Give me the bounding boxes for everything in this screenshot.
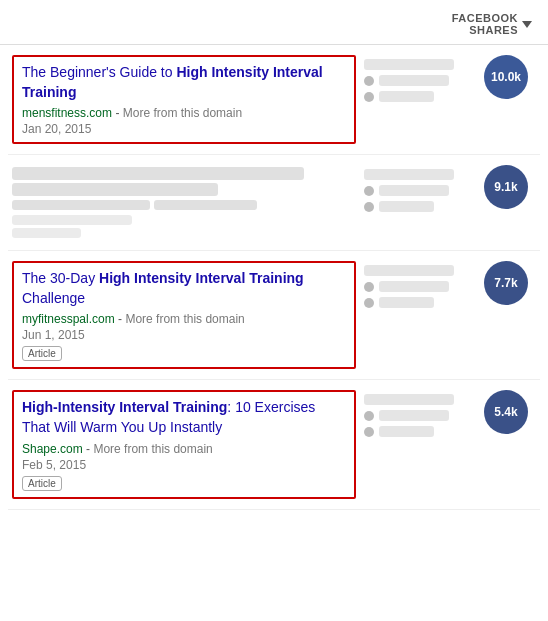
result-date: Jun 1, 2015 bbox=[22, 328, 346, 342]
result-middle bbox=[356, 261, 476, 308]
result-middle bbox=[356, 55, 476, 102]
result-middle bbox=[356, 390, 476, 437]
result-main-highlighted: High-Intensity Interval Training: 10 Exe… bbox=[12, 390, 356, 498]
results-list: The Beginner's Guide to High Intensity I… bbox=[0, 45, 548, 510]
share-count-badge: 7.7k bbox=[484, 261, 528, 305]
share-count-badge: 10.0k bbox=[484, 55, 528, 99]
result-item: High-Intensity Interval Training: 10 Exe… bbox=[8, 380, 540, 509]
result-domain-sep: - bbox=[115, 106, 122, 120]
result-item: The 30-Day High Intensity Interval Train… bbox=[8, 251, 540, 380]
result-date: Feb 5, 2015 bbox=[22, 458, 346, 472]
result-left: High-Intensity Interval Training: 10 Exe… bbox=[12, 390, 356, 498]
result-domain[interactable]: myfitnesspal.com bbox=[22, 312, 115, 326]
share-count-badge: 9.1k bbox=[484, 165, 528, 209]
result-domain[interactable]: Shape.com bbox=[22, 442, 83, 456]
result-right: 10.0k bbox=[476, 55, 536, 99]
more-from-domain-link[interactable]: More from this domain bbox=[93, 442, 212, 456]
result-main-highlighted: The Beginner's Guide to High Intensity I… bbox=[12, 55, 356, 144]
share-count-badge: 5.4k bbox=[484, 390, 528, 434]
result-meta: Shape.com - More from this domain bbox=[22, 442, 346, 456]
result-title-link[interactable]: The Beginner's Guide to High Intensity I… bbox=[22, 63, 346, 102]
result-middle bbox=[356, 165, 476, 212]
result-domain[interactable]: mensfitness.com bbox=[22, 106, 112, 120]
result-main-blurred bbox=[12, 165, 356, 240]
result-title-link[interactable]: The 30-Day High Intensity Interval Train… bbox=[22, 269, 346, 308]
result-left: The 30-Day High Intensity Interval Train… bbox=[12, 261, 356, 369]
facebook-shares-label: FACEBOOK SHARES bbox=[452, 12, 518, 36]
result-right: 9.1k bbox=[476, 165, 536, 209]
result-type-badge: Article bbox=[22, 476, 62, 491]
result-meta: mensfitness.com - More from this domain bbox=[22, 106, 346, 120]
result-left: The Beginner's Guide to High Intensity I… bbox=[12, 55, 356, 144]
result-type-badge: Article bbox=[22, 346, 62, 361]
sort-arrow-icon[interactable] bbox=[522, 21, 532, 28]
result-right: 5.4k bbox=[476, 390, 536, 434]
result-item: The Beginner's Guide to High Intensity I… bbox=[8, 45, 540, 155]
result-title-link[interactable]: High-Intensity Interval Training: 10 Exe… bbox=[22, 398, 346, 437]
facebook-header: FACEBOOK SHARES bbox=[0, 0, 548, 45]
result-right: 7.7k bbox=[476, 261, 536, 305]
result-left bbox=[12, 165, 356, 240]
more-from-domain-link[interactable]: More from this domain bbox=[125, 312, 244, 326]
result-item: 9.1k bbox=[8, 155, 540, 251]
result-meta: myfitnesspal.com - More from this domain bbox=[22, 312, 346, 326]
result-main-highlighted: The 30-Day High Intensity Interval Train… bbox=[12, 261, 356, 369]
more-from-domain-link[interactable]: More from this domain bbox=[123, 106, 242, 120]
result-date: Jan 20, 2015 bbox=[22, 122, 346, 136]
